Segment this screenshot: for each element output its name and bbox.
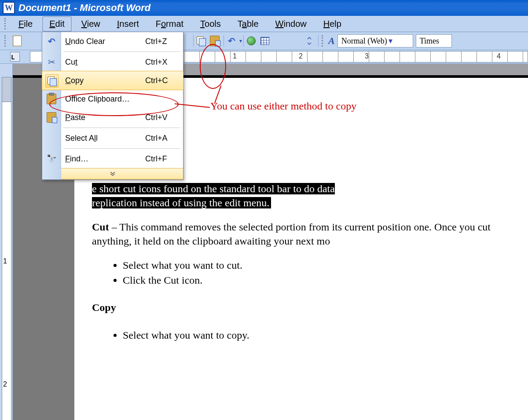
list-item[interactable]: Select what you want to cut. (123, 258, 528, 272)
globe-icon (247, 37, 256, 45)
shortcut: Ctrl+C (145, 76, 183, 85)
list-item[interactable]: Select what you want to copy. (123, 328, 528, 342)
menu-item-office-clipboard[interactable]: Office Clipboard… (42, 90, 183, 108)
menu-item-select-all[interactable]: Select AllSelect All Ctrl+A (42, 129, 183, 147)
menu-label: Office Clipboard… (65, 95, 145, 104)
shortcut: Ctrl+Z (145, 37, 183, 46)
toolbar-separator (243, 35, 244, 47)
menu-bar: FFileile EditEdit ViewView InsertInsert … (0, 16, 528, 32)
paste-icon (210, 36, 220, 46)
formatting-toolbar: A Normal (Web) ▾ Times (322, 34, 452, 47)
table-icon (260, 37, 269, 45)
menu-table[interactable]: TableTable (231, 17, 265, 31)
style-combo[interactable]: Normal (Web) ▾ (337, 34, 413, 47)
copy-icon (197, 37, 205, 45)
menu-item-paste[interactable]: PastePaste Ctrl+V (42, 108, 183, 127)
selected-text[interactable]: e short cut icons found on the standard … (92, 183, 335, 194)
cut-text: – This command removes the selected port… (92, 221, 491, 247)
new-doc-icon (13, 36, 22, 46)
edit-menu-dropdown: ↶ Undo ClearUndo Clear Ctrl+Z ✂ CutCut C… (42, 32, 183, 180)
cut-heading: Cut (92, 221, 109, 233)
styles-pane-icon[interactable]: A (328, 35, 335, 47)
selected-text[interactable]: replication instead of using the edit me… (92, 197, 271, 208)
shortcut: Ctrl+A (145, 134, 183, 143)
menu-window[interactable]: WindowWindow (269, 17, 313, 31)
clipboard-icon (47, 94, 56, 104)
paste-icon (47, 112, 56, 123)
shortcut: Ctrl+X (145, 58, 183, 67)
menu-expand-button[interactable] (42, 168, 183, 179)
style-value: Normal (Web) (341, 37, 387, 46)
copy-steps-list: Select what you want to copy. (123, 328, 528, 342)
new-doc-button[interactable] (11, 35, 23, 47)
menu-item-copy[interactable]: CopyCopy Ctrl+C (42, 71, 183, 90)
tables-button[interactable] (259, 35, 271, 47)
shortcut: Ctrl+F (145, 154, 183, 164)
menu-item-undo[interactable]: ↶ Undo ClearUndo Clear Ctrl+Z (42, 32, 183, 51)
menu-view[interactable]: ViewView (75, 17, 107, 31)
annotation-text: You can use either method to copy (210, 100, 356, 112)
title-bar: W Document1 - Microsoft Word (0, 0, 528, 16)
binoculars-icon: 🔭 (47, 154, 56, 164)
menu-help[interactable]: HelpHelp (317, 17, 348, 31)
paste-button[interactable] (209, 35, 221, 47)
window-title: Document1 - Microsoft Word (18, 2, 150, 14)
list-item[interactable]: Click the Cut icon. (123, 273, 528, 287)
cut-steps-list: Select what you want to cut. Click the C… (123, 258, 528, 288)
vertical-ruler[interactable]: 1 2 (0, 64, 13, 420)
chevron-down-icon: ▾ (387, 36, 394, 46)
undo-dropdown-arrow[interactable]: ▾ (239, 38, 242, 44)
menubar-grip[interactable] (4, 18, 8, 29)
undo-icon: ↶ (228, 36, 235, 46)
font-value: Times (420, 37, 439, 46)
toolbar-separator (224, 35, 224, 47)
chevron-down-icon (307, 37, 312, 45)
copy-icon (48, 77, 56, 85)
copy-button[interactable] (195, 35, 207, 47)
undo-icon: ↶ (48, 36, 55, 47)
menu-item-find[interactable]: 🔭 Find…Find… Ctrl+F (42, 150, 183, 168)
toolbar-separator (193, 35, 194, 47)
word-app-icon: W (3, 2, 15, 14)
menu-tools[interactable]: ToolsTools (194, 17, 227, 31)
toolbar-separator (318, 35, 319, 47)
menu-item-cut[interactable]: ✂ CutCut Ctrl+X (42, 53, 183, 71)
toolbar-options-button[interactable] (303, 35, 315, 47)
menu-insert[interactable]: InsertInsert (110, 17, 146, 31)
menu-file[interactable]: FFileile (12, 17, 39, 31)
undo-button[interactable]: ↶ (225, 35, 238, 47)
menu-format[interactable]: FormatFormat (149, 17, 190, 31)
formatting-grip[interactable] (322, 35, 326, 47)
tab-selector[interactable]: L (10, 52, 20, 62)
copy-heading: Copy (92, 302, 116, 313)
scissors-icon: ✂ (48, 57, 55, 67)
toolbar-grip[interactable] (4, 35, 8, 47)
chevron-down-double-icon (110, 172, 116, 176)
shortcut: Ctrl+V (145, 113, 183, 122)
menu-edit[interactable]: EditEdit (43, 17, 71, 31)
font-combo[interactable]: Times (416, 34, 452, 47)
hyperlink-button[interactable] (245, 35, 257, 47)
paragraph[interactable]: Cut – This command removes the selected … (92, 220, 528, 248)
